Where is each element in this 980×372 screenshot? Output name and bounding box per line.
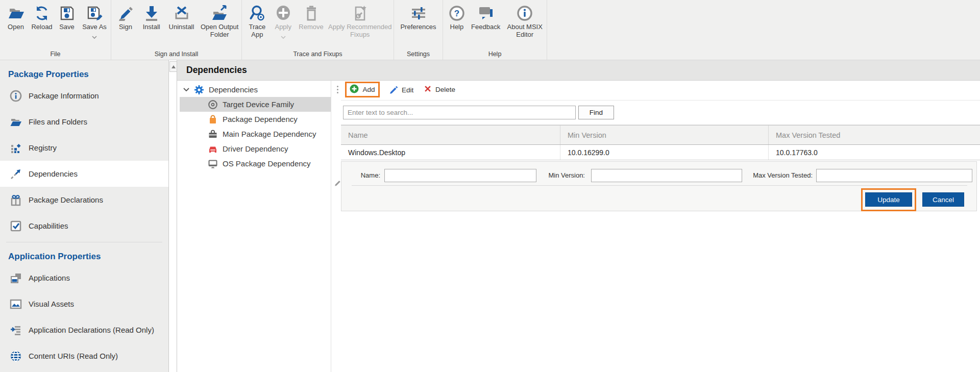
- save-button[interactable]: Save: [55, 4, 79, 31]
- apply-button[interactable]: Apply: [271, 4, 296, 41]
- globe-icon: [9, 350, 22, 362]
- button-label: Reload: [31, 23, 52, 31]
- button-label: Add: [362, 86, 375, 93]
- sidebar-item-visual-assets[interactable]: Visual Assets: [0, 291, 168, 317]
- install-arrow-icon: [143, 4, 160, 23]
- form-divider: [352, 185, 967, 186]
- apply-recommended-fixups-button[interactable]: Apply Recommended Fixups: [326, 4, 394, 38]
- chevron-down-icon[interactable]: [182, 88, 190, 91]
- reload-button[interactable]: Reload: [29, 4, 55, 31]
- remove-trash-icon: [303, 4, 320, 23]
- delete-button[interactable]: Delete: [424, 85, 455, 94]
- find-button[interactable]: Find: [578, 106, 614, 119]
- navigation-sidebar: Package Properties Package Information F…: [0, 60, 168, 372]
- toolbox-icon: [207, 129, 218, 139]
- tree-node-label: Dependencies: [209, 85, 258, 94]
- sidebar-item-files-and-folders[interactable]: Files and Folders: [0, 109, 168, 135]
- add-plus-icon: [350, 84, 359, 95]
- open-output-folder-button[interactable]: Open Output Folder: [198, 4, 241, 38]
- tree-node-label: Driver Dependency: [223, 144, 288, 153]
- column-header-max-version-tested[interactable]: Max Version Tested: [769, 126, 980, 144]
- open-folder-icon: [7, 4, 24, 23]
- msix-editor-window: Open Reload Save Save As File: [0, 0, 980, 372]
- tree-node-package-dependency[interactable]: Package Dependency: [177, 112, 331, 127]
- save-icon: [58, 4, 76, 23]
- sidebar-item-label: Applications: [29, 274, 70, 282]
- add-button[interactable]: Add: [350, 84, 375, 95]
- cell-min-version: 10.0.16299.0: [560, 145, 769, 160]
- help-button[interactable]: ? Help: [445, 4, 469, 31]
- uninstall-button[interactable]: Uninstall: [165, 4, 198, 31]
- sidebar-item-application-declarations[interactable]: Application Declarations (Read Only): [0, 317, 168, 343]
- edit-button[interactable]: Edit: [389, 85, 413, 95]
- sidebar-item-package-declarations[interactable]: Package Declarations: [0, 187, 168, 213]
- open-button[interactable]: Open: [3, 4, 29, 31]
- sign-pencil-icon: [117, 4, 134, 23]
- ribbon-group-label: Settings: [394, 51, 443, 58]
- delete-x-icon: [424, 85, 432, 94]
- tree-node-dependencies-root[interactable]: Dependencies: [177, 82, 331, 97]
- button-label: Save As: [82, 23, 107, 31]
- sidebar-item-label: Content URIs (Read Only): [29, 352, 118, 360]
- edit-form: Name: Min Version: Max Version Tested: U…: [341, 161, 977, 211]
- feedback-button[interactable]: Feedback: [469, 4, 503, 31]
- sidebar-item-content-uris[interactable]: Content URIs (Read Only): [0, 343, 168, 369]
- button-label: Open Output Folder: [198, 23, 241, 38]
- ribbon-group-trace-fixups: Trace App Apply Remove Apply Recommended…: [242, 0, 394, 60]
- help-question-icon: ?: [448, 4, 465, 23]
- column-header-name[interactable]: Name: [341, 126, 560, 144]
- tree-node-driver-dependency[interactable]: Driver Dependency: [177, 141, 331, 156]
- ribbon-group-file: Open Reload Save Save As File: [0, 0, 111, 60]
- install-button[interactable]: Install: [138, 4, 165, 31]
- save-as-icon: [86, 4, 103, 23]
- sidebar-item-capabilities[interactable]: Capabilities: [0, 213, 168, 239]
- splitter-handle-icon: [337, 86, 338, 93]
- tree-node-main-package-dependency[interactable]: Main Package Dependency: [177, 127, 331, 141]
- column-header-min-version[interactable]: Min Version: [560, 126, 769, 144]
- sign-button[interactable]: Sign: [113, 4, 138, 31]
- sidebar-item-package-information[interactable]: Package Information: [0, 83, 168, 109]
- max-version-field[interactable]: [816, 169, 972, 182]
- button-label: Remove: [299, 23, 323, 31]
- tree-node-os-package-dependency[interactable]: OS Package Dependency: [177, 156, 331, 171]
- search-input[interactable]: [343, 106, 576, 119]
- min-version-field-label: Min Version:: [535, 171, 585, 179]
- fixups-document-icon: [351, 4, 369, 23]
- uninstall-icon: [173, 4, 190, 23]
- ribbon-group-label: Sign and Install: [111, 51, 241, 58]
- min-version-field[interactable]: [591, 169, 742, 182]
- car-icon: [207, 144, 218, 154]
- update-button[interactable]: Update: [865, 192, 912, 207]
- sidebar-item-label: Package Information: [29, 91, 99, 100]
- remove-button[interactable]: Remove: [296, 4, 327, 31]
- tree-node-label: Main Package Dependency: [223, 130, 316, 138]
- registry-grid-icon: [9, 142, 22, 154]
- table-row[interactable]: Windows.Desktop 10.0.16299.0 10.0.17763.…: [341, 145, 980, 160]
- save-as-button[interactable]: Save As: [79, 4, 110, 41]
- sidebar-item-applications[interactable]: Applications: [0, 265, 168, 291]
- trace-app-button[interactable]: Trace App: [244, 4, 271, 38]
- search-row: Find: [341, 101, 980, 125]
- preferences-sliders-icon: [410, 4, 427, 23]
- scrollbar-up-button[interactable]: [169, 61, 177, 72]
- ribbon-group-sign-install: Sign Install Uninstall Open Output Folde…: [111, 0, 242, 60]
- sidebar-item-registry[interactable]: Registry: [0, 135, 168, 161]
- gear-icon: [193, 85, 205, 95]
- page-title-bar: Dependencies: [177, 60, 980, 81]
- sidebar-item-dependencies[interactable]: Dependencies: [0, 161, 168, 187]
- feedback-bubble-icon: [477, 4, 495, 23]
- preferences-button[interactable]: Preferences: [396, 4, 441, 31]
- sidebar-scrollbar[interactable]: [168, 60, 177, 372]
- folder-icon: [9, 116, 22, 128]
- sidebar-item-label: Application Declarations (Read Only): [29, 326, 154, 334]
- about-msix-editor-button[interactable]: About MSIX Editor: [503, 4, 547, 38]
- name-field[interactable]: [384, 169, 536, 182]
- panel-splitter[interactable]: [331, 81, 341, 372]
- detail-toolbar: Add Edit Delete: [341, 81, 980, 101]
- shopping-bag-icon: [207, 114, 218, 125]
- cancel-button[interactable]: Cancel: [922, 192, 964, 207]
- reload-icon: [33, 4, 51, 23]
- button-label: Save: [59, 23, 75, 31]
- tree-node-target-device-family[interactable]: Target Device Family: [180, 97, 331, 112]
- cell-max-version: 10.0.17763.0: [769, 145, 980, 160]
